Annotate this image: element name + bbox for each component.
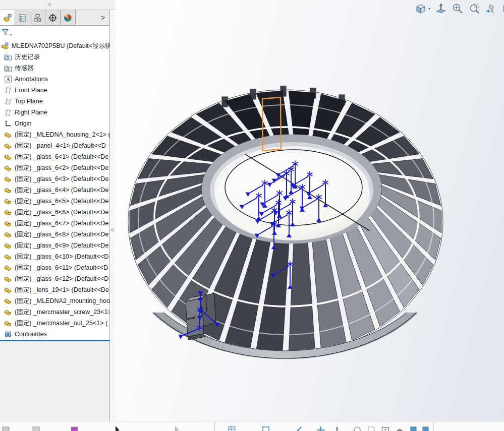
tab-overflow-button[interactable]: > bbox=[96, 10, 109, 25]
toolbar-icon-rect[interactable] bbox=[71, 426, 79, 431]
toolbar-icon-half[interactable] bbox=[396, 426, 404, 431]
tree-item[interactable]: (固定) _glass_6<10> (Default<<D bbox=[0, 251, 109, 262]
splitter-grip[interactable] bbox=[111, 228, 114, 231]
toolbar-icon-diag[interactable] bbox=[295, 426, 303, 431]
tree-item[interactable]: (固定) _glass_6<4> (Default<<De bbox=[0, 184, 109, 196]
plane-icon bbox=[4, 86, 12, 94]
tree-item[interactable]: Front Plane bbox=[0, 85, 109, 96]
svg-text:A: A bbox=[6, 77, 10, 82]
history-icon bbox=[4, 53, 12, 61]
bottom-toolbar bbox=[0, 421, 504, 431]
tree-item-label: (固定) _panel_4<1> (Default<<D bbox=[15, 142, 106, 150]
part-icon bbox=[4, 208, 12, 216]
toolbar-icon-sq[interactable] bbox=[410, 426, 418, 431]
tree-filter-row: ▾ bbox=[0, 26, 109, 40]
tree-item-label: (固定) _lens_19<1> (Default<<De bbox=[15, 286, 109, 294]
toolbar-icon-circle[interactable] bbox=[353, 426, 361, 431]
toolbar-icon-cursor[interactable] bbox=[174, 426, 182, 431]
tree-item-label: (固定) _glass_6<4> (Default<<De bbox=[15, 186, 108, 195]
part-icon bbox=[4, 241, 12, 250]
part-icon bbox=[4, 286, 12, 294]
section-view-icon[interactable] bbox=[501, 3, 504, 15]
toolbar-icon-corner[interactable] bbox=[336, 426, 344, 431]
previous-view-icon[interactable] bbox=[485, 3, 497, 15]
tree-item[interactable]: (固定) _glass_6<5> (Default<<De bbox=[0, 196, 109, 207]
toolbar-separator bbox=[433, 422, 433, 431]
tree-item-label: (固定) _glass_6<7> (Default<<De bbox=[15, 219, 108, 228]
tree-item[interactable]: 传感器 bbox=[0, 63, 109, 74]
tree-item[interactable]: (固定) _glass_6<12> (Default<<D bbox=[0, 273, 109, 284]
tree-item[interactable]: Origin bbox=[0, 118, 109, 129]
toolbar-icon-dashsq[interactable] bbox=[367, 426, 375, 431]
toolbar-icon-sq[interactable] bbox=[422, 426, 430, 431]
tree-item[interactable]: Top Plane bbox=[0, 96, 109, 107]
toolbar-icon-rect[interactable] bbox=[32, 426, 40, 431]
toolbar-icon-cursor[interactable] bbox=[114, 426, 122, 431]
tree-item[interactable]: AAnnotations bbox=[0, 74, 109, 85]
assembly-icon bbox=[1, 42, 9, 50]
plane-icon bbox=[4, 97, 12, 105]
tree-item[interactable]: (固定) _lens_19<1> (Default<<De bbox=[0, 284, 109, 295]
tree-item[interactable]: (固定) _glass_6<11> (Default<<D bbox=[0, 262, 109, 273]
tree-item[interactable]: (固定) _glass_6<1> (Default<<De bbox=[0, 151, 109, 162]
part-icon bbox=[4, 308, 12, 316]
zoom-to-fit-icon[interactable] bbox=[452, 3, 464, 15]
part-icon bbox=[4, 142, 12, 150]
tree-item[interactable]: (固定) _glass_6<3> (Default<<De bbox=[0, 173, 109, 184]
tree-item-label: (固定) _mercmaster_nut_25<1> ( bbox=[15, 319, 107, 328]
tab-propertymanager[interactable] bbox=[15, 10, 30, 25]
graphics-viewport[interactable] bbox=[115, 0, 504, 421]
tree-item[interactable]: (固定) _glass_6<2> (Default<<De bbox=[0, 162, 109, 173]
tree-item-label: (固定) _glass_6<1> (Default<<De bbox=[15, 153, 108, 161]
origin-icon bbox=[4, 119, 12, 128]
toolbar-icon-plus[interactable] bbox=[317, 426, 325, 431]
tree-item[interactable]: (固定) _mercmaster_screw_23<1> bbox=[0, 306, 109, 318]
tab-displaymanager[interactable] bbox=[61, 10, 76, 25]
toolbar-icon-rect[interactable] bbox=[2, 426, 10, 431]
tree-item-label: Annotations bbox=[15, 76, 48, 83]
toolbar-icon-grid[interactable] bbox=[228, 426, 236, 431]
tree-item[interactable]: (固定) _glass_6<9> (Default<<De bbox=[0, 240, 109, 251]
tab-dimxpertmanager[interactable] bbox=[45, 10, 61, 25]
view-orientation-icon[interactable] bbox=[415, 3, 427, 15]
part-icon bbox=[4, 319, 12, 327]
feature-manager-panel: > ▾ MLEDNA702P5BU (Default<显示状态历史记录传感器AA… bbox=[0, 10, 110, 421]
tree-item[interactable]: (固定) _glass_6<8> (Default<<De bbox=[0, 229, 109, 240]
tree-item[interactable]: (固定) _glass_6<6> (Default<<De bbox=[0, 207, 109, 218]
tree-item[interactable]: (固定) _MLEDNA_housing_2<1> ( bbox=[0, 129, 109, 140]
normal-to-icon[interactable] bbox=[435, 3, 447, 15]
tab-configurationmanager[interactable] bbox=[30, 10, 45, 25]
tree-item-label: (固定) _glass_6<11> (Default<<D bbox=[15, 264, 108, 272]
toolbar-icon-rect2[interactable] bbox=[262, 426, 270, 431]
heads-up-toolbar: ▾ bbox=[415, 3, 504, 15]
filter-funnel-icon[interactable] bbox=[2, 28, 10, 38]
tree-item[interactable]: (固定) _mercmaster_nut_25<1> ( bbox=[0, 318, 109, 329]
panel-splitter[interactable] bbox=[110, 10, 115, 421]
tree-item-label: 传感器 bbox=[15, 64, 34, 73]
tree-item[interactable]: 历史记录 bbox=[0, 51, 109, 63]
horizontal-splitter-grip[interactable] bbox=[48, 3, 51, 6]
part-icon bbox=[4, 186, 12, 194]
tree-root-item[interactable]: MLEDNA702P5BU (Default<显示状态 bbox=[0, 40, 109, 51]
tree-item-label: (固定) _glass_6<9> (Default<<De bbox=[15, 241, 108, 250]
tree-item-label: (固定) _glass_6<3> (Default<<De bbox=[15, 175, 108, 183]
tree-item[interactable]: (固定) _MLEDNA2_mounting_hoo bbox=[0, 295, 109, 306]
sensors-icon bbox=[4, 64, 12, 72]
tree-item-label: Top Plane bbox=[15, 98, 43, 105]
mates-icon bbox=[4, 330, 12, 338]
filter-dropdown-caret[interactable]: ▾ bbox=[10, 32, 12, 37]
tab-featuremanager[interactable] bbox=[0, 10, 15, 25]
heatsink-model[interactable] bbox=[115, 0, 504, 421]
part-icon bbox=[4, 175, 12, 183]
solidworks-window: > ▾ MLEDNA702P5BU (Default<显示状态历史记录传感器AA… bbox=[0, 0, 504, 431]
tree-item[interactable]: Right Plane bbox=[0, 107, 109, 118]
tree-item[interactable]: (固定) _glass_6<7> (Default<<De bbox=[0, 218, 109, 229]
part-icon bbox=[4, 275, 12, 283]
toolbar-icon-rectdot[interactable] bbox=[381, 426, 389, 431]
tree-item[interactable]: (固定) _panel_4<1> (Default<<D bbox=[0, 140, 109, 151]
tree-item-label: (固定) _MLEDNA2_mounting_hoo bbox=[15, 297, 109, 305]
tree-item-label: (固定) _glass_6<8> (Default<<De bbox=[15, 230, 108, 239]
tree-item[interactable]: Contraintes bbox=[0, 329, 109, 340]
view-orientation-dropdown-caret[interactable]: ▾ bbox=[428, 7, 430, 11]
zoom-to-area-icon[interactable] bbox=[468, 3, 480, 15]
